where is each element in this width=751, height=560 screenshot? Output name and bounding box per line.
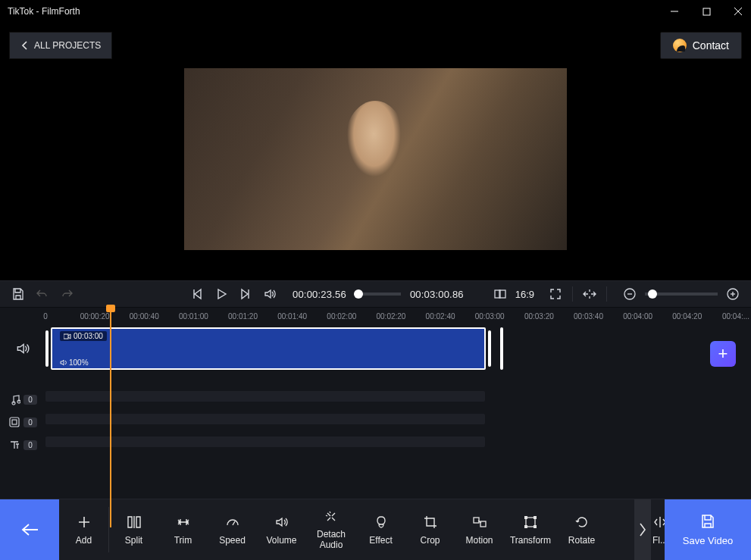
- undo-button[interactable]: [33, 285, 52, 303]
- maximize-button[interactable]: [701, 6, 712, 17]
- ruler-tick: 00:01:20: [228, 312, 258, 321]
- letterbox-bottom: [184, 250, 567, 280]
- mute-button[interactable]: [261, 285, 279, 303]
- ruler-tick: 00:00:40: [130, 312, 159, 321]
- speed-button[interactable]: Speed: [208, 499, 257, 560]
- zoom-out-button[interactable]: [621, 285, 639, 303]
- detach-icon: [324, 509, 339, 524]
- overlay-count: 0: [23, 418, 37, 427]
- plus-icon: [77, 515, 92, 530]
- svg-rect-14: [474, 518, 479, 523]
- window-title: TikTok - FilmForth: [8, 6, 80, 17]
- close-button[interactable]: [733, 6, 743, 17]
- ruler-tick: 00:03:00: [475, 312, 505, 321]
- all-projects-button[interactable]: ALL PROJECTS: [9, 32, 112, 59]
- save-project-button[interactable]: [9, 285, 27, 303]
- video-preview[interactable]: [184, 68, 567, 280]
- video-track-lane[interactable]: 00:03:00 100%: [45, 327, 501, 370]
- split-button[interactable]: Split: [109, 499, 158, 560]
- overlay-track-icon[interactable]: 0: [0, 416, 45, 428]
- trim-icon: [175, 515, 192, 530]
- video-clip[interactable]: 00:03:00 100%: [45, 327, 491, 370]
- svg-rect-20: [534, 525, 537, 528]
- svg-rect-13: [12, 420, 17, 424]
- volume-button[interactable]: Volume: [257, 499, 306, 560]
- current-time: 00:00:23.56: [293, 289, 346, 300]
- svg-rect-17: [524, 516, 527, 519]
- minimize-button[interactable]: [669, 6, 680, 17]
- clip-duration-badge: 00:03:00: [60, 331, 107, 341]
- add-media-button[interactable]: +: [710, 341, 736, 367]
- scrubber-handle[interactable]: [354, 289, 363, 299]
- ruler-tick: 00:03:20: [524, 312, 554, 321]
- transform-button[interactable]: Transform: [504, 499, 557, 560]
- flip-button[interactable]: Fl...: [651, 499, 665, 560]
- fullscreen-button[interactable]: [546, 285, 565, 303]
- effect-button[interactable]: Effect: [356, 499, 405, 560]
- ruler-tick: 00:02:20: [376, 312, 405, 321]
- crop-label: Crop: [420, 535, 440, 546]
- motion-icon: [471, 515, 488, 530]
- fit-button[interactable]: [580, 285, 599, 303]
- add-button[interactable]: Add: [59, 499, 108, 560]
- zoom-slider-handle[interactable]: [648, 289, 657, 299]
- split-icon: [126, 515, 142, 530]
- text-count: 0: [23, 440, 37, 450]
- back-button[interactable]: [0, 499, 59, 560]
- volume-label: Volume: [266, 535, 296, 546]
- zoom-slider[interactable]: [645, 293, 718, 296]
- clip-left-handle[interactable]: [45, 330, 49, 367]
- aspect-ratio-text: 16:9: [515, 289, 534, 300]
- detach-audio-label: DetachAudio: [317, 530, 346, 551]
- trim-button[interactable]: Trim: [158, 499, 208, 560]
- split-label: Split: [125, 535, 142, 546]
- ruler-tick: 00:02:40: [426, 312, 455, 321]
- timeline: 0 00:00:20 00:00:40 00:01:00 00:01:20 00…: [0, 308, 751, 499]
- save-icon: [699, 513, 716, 530]
- video-frame: [184, 68, 567, 250]
- titlebar: TikTok - FilmForth: [0, 0, 751, 23]
- speaker-icon: [60, 359, 67, 366]
- rotate-button[interactable]: Rotate: [557, 499, 606, 560]
- music-track-icon[interactable]: 0: [0, 393, 45, 405]
- music-track-lane[interactable]: [45, 391, 501, 408]
- ruler-tick: 00:01:40: [277, 312, 307, 321]
- flip-icon: [652, 515, 665, 530]
- contact-button[interactable]: Contact: [660, 32, 742, 59]
- add-label: Add: [76, 535, 92, 546]
- overlay-track-lane[interactable]: [45, 414, 501, 430]
- timeline-ruler[interactable]: 0 00:00:20 00:00:40 00:01:00 00:01:20 00…: [45, 312, 736, 327]
- zoom-in-button[interactable]: [724, 285, 742, 303]
- playhead[interactable]: [110, 308, 111, 527]
- flip-label: Fl...: [652, 535, 665, 546]
- motion-button[interactable]: Motion: [455, 499, 504, 560]
- text-track-icon[interactable]: 0: [0, 439, 45, 451]
- total-time: 00:03:00.86: [410, 289, 464, 300]
- ruler-tick: 0: [43, 312, 48, 321]
- end-marker[interactable]: [500, 327, 503, 370]
- overlay-track: 0: [0, 414, 751, 430]
- ruler-tick: 00:03:40: [574, 312, 603, 321]
- scrubber[interactable]: [354, 293, 401, 296]
- prev-frame-button[interactable]: [188, 285, 206, 303]
- preview-area: [0, 68, 751, 280]
- ruler-tick: 00:04:00: [623, 312, 652, 321]
- svg-rect-1: [703, 8, 710, 15]
- ruler-tick: 00:00:20: [80, 312, 110, 321]
- text-track-lane[interactable]: [45, 436, 501, 453]
- play-button[interactable]: [212, 285, 230, 303]
- speed-icon: [225, 515, 240, 530]
- detach-audio-button[interactable]: DetachAudio: [306, 499, 356, 560]
- volume-icon: [274, 515, 289, 530]
- save-video-button[interactable]: Save Video: [665, 499, 751, 560]
- trim-label: Trim: [174, 535, 192, 546]
- clip-right-handle[interactable]: [488, 330, 491, 367]
- crop-button[interactable]: Crop: [405, 499, 455, 560]
- next-frame-button[interactable]: [236, 285, 255, 303]
- save-video-label: Save Video: [683, 535, 733, 546]
- redo-button[interactable]: [58, 285, 76, 303]
- more-tools-button[interactable]: [634, 499, 651, 560]
- speed-label: Speed: [219, 535, 246, 546]
- audio-track-icon: [0, 341, 45, 356]
- aspect-ratio-button[interactable]: [491, 285, 509, 303]
